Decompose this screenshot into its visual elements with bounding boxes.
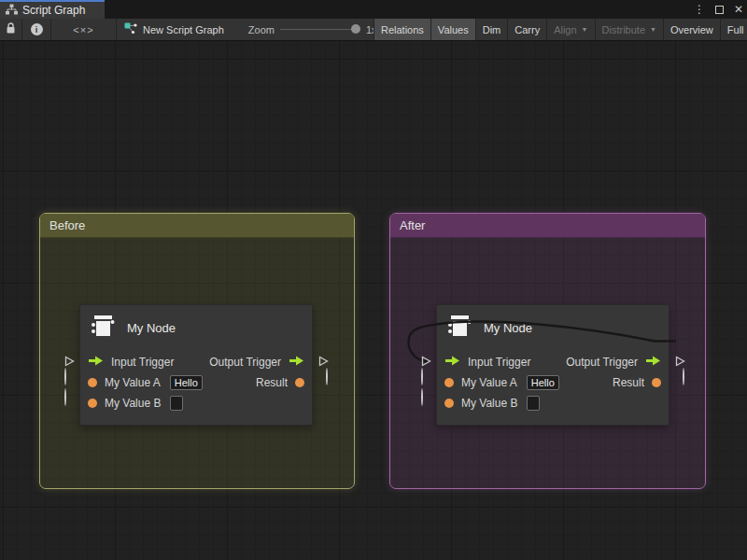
value-out-port[interactable] bbox=[652, 378, 661, 387]
external-trigger-in[interactable] bbox=[420, 356, 431, 367]
value-in-port[interactable] bbox=[444, 399, 454, 408]
code-icon: <×> bbox=[73, 24, 93, 35]
external-trigger-out[interactable] bbox=[317, 356, 329, 367]
port-label: Input Trigger bbox=[111, 356, 174, 369]
graph-hierarchy-icon bbox=[6, 4, 18, 18]
value-out-port[interactable] bbox=[295, 378, 304, 387]
carry-button[interactable]: Carry bbox=[508, 19, 547, 40]
align-dropdown[interactable]: Align ▼ bbox=[547, 19, 595, 40]
dim-button[interactable]: Dim bbox=[476, 19, 509, 40]
node-body[interactable]: My Node Input Trigger Output Trigger bbox=[436, 304, 669, 426]
node-title: My Node bbox=[484, 321, 532, 335]
value-in-port[interactable] bbox=[444, 378, 454, 387]
chevron-down-icon: ▼ bbox=[650, 26, 656, 33]
value-a-input[interactable]: Hello bbox=[170, 375, 203, 390]
lock-icon bbox=[6, 22, 16, 36]
full-screen-button[interactable]: Full Scr bbox=[721, 19, 747, 40]
zoom-slider-knob[interactable] bbox=[351, 24, 360, 34]
node-body[interactable]: My Node Input Trigger Output Trigger bbox=[79, 304, 313, 426]
close-icon[interactable]: ✕ bbox=[734, 3, 743, 16]
port-label: Output Trigger bbox=[209, 356, 281, 369]
graph-name-label: New Script Graph bbox=[143, 24, 224, 35]
graph-canvas[interactable]: Before After My Node bbox=[0, 41, 747, 560]
graph-breadcrumb[interactable]: New Script Graph bbox=[124, 22, 224, 36]
value-b-input[interactable] bbox=[527, 396, 540, 411]
port-label: My Value B bbox=[105, 397, 161, 410]
external-trigger-out[interactable] bbox=[674, 356, 685, 367]
chevron-down-icon: ▼ bbox=[582, 26, 588, 33]
port-label: My Value A bbox=[105, 376, 161, 389]
zoom-slider[interactable] bbox=[280, 29, 359, 30]
group-before-header[interactable]: Before bbox=[40, 214, 354, 238]
titlebar: Script Graph ⋮ ✕ bbox=[0, 0, 747, 19]
overview-button[interactable]: Overview bbox=[664, 19, 721, 40]
more-menu-icon[interactable]: ⋮ bbox=[694, 3, 705, 16]
lock-button[interactable] bbox=[0, 19, 22, 40]
trigger-in-port[interactable] bbox=[88, 356, 104, 369]
tab-script-graph[interactable]: Script Graph bbox=[0, 0, 105, 19]
value-in-port[interactable] bbox=[88, 378, 97, 387]
value-a-input[interactable]: Hello bbox=[527, 375, 559, 390]
tab-title: Script Graph bbox=[22, 4, 85, 17]
value-in-port[interactable] bbox=[88, 399, 97, 408]
port-label: My Value A bbox=[461, 376, 517, 389]
port-label: Input Trigger bbox=[468, 356, 530, 369]
group-label: Before bbox=[49, 218, 85, 232]
value-b-input[interactable] bbox=[170, 396, 183, 411]
node-my-node-after[interactable]: My Node Input Trigger Output Trigger bbox=[436, 304, 669, 426]
unit-icon bbox=[90, 315, 117, 342]
unit-icon bbox=[446, 315, 473, 342]
node-title: My Node bbox=[127, 321, 176, 335]
node-my-node-before[interactable]: My Node Input Trigger Output Trigger bbox=[79, 304, 313, 426]
trigger-out-port[interactable] bbox=[289, 356, 304, 369]
port-label: Result bbox=[613, 376, 644, 389]
port-label: My Value B bbox=[461, 397, 517, 410]
info-button[interactable]: i bbox=[22, 19, 51, 40]
code-view-button[interactable]: <×> bbox=[51, 19, 117, 40]
values-button[interactable]: Values bbox=[431, 19, 476, 40]
info-icon: i bbox=[31, 23, 43, 35]
zoom-control: Zoom 1x bbox=[248, 24, 377, 35]
toolbar: i <×> New Script Graph Zoom 1x bbox=[0, 19, 747, 41]
distribute-dropdown[interactable]: Distribute ▼ bbox=[596, 19, 664, 40]
trigger-in-port[interactable] bbox=[444, 356, 460, 369]
relations-button[interactable]: Relations bbox=[374, 19, 431, 40]
port-label: Result bbox=[256, 376, 288, 389]
toolbar-buttons: Relations Values Dim Carry Align ▼ Distr… bbox=[374, 19, 747, 40]
maximize-icon[interactable] bbox=[715, 6, 724, 14]
trigger-out-port[interactable] bbox=[645, 356, 661, 369]
group-after-header[interactable]: After bbox=[390, 214, 705, 238]
group-label: After bbox=[400, 218, 425, 232]
script-graph-icon bbox=[124, 22, 137, 36]
port-label: Output Trigger bbox=[566, 356, 638, 369]
external-trigger-in[interactable] bbox=[63, 356, 75, 367]
zoom-label: Zoom bbox=[248, 24, 275, 35]
